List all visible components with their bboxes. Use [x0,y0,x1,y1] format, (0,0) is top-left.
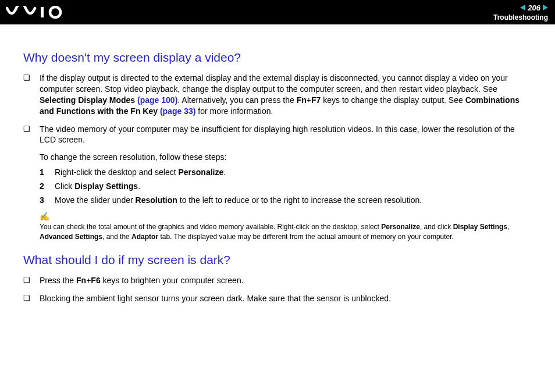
bullet-icon: ❑ [23,73,40,117]
text: + [307,95,311,105]
text: , and click [420,223,453,231]
steps-intro: To change the screen resolution, follow … [40,152,532,162]
text-bold: F7 [311,95,321,105]
bullet-icon: ❑ [23,275,40,286]
page-header: 206 Troubleshooting [0,0,555,24]
text: to the left to reduce or to the right to… [177,195,422,205]
text: If the display output is directed to the… [40,73,508,94]
text-bold: Resolution [136,195,177,205]
vaio-logo [6,6,70,19]
text: Move the slider under [55,195,136,205]
text: Press the [40,276,76,285]
text: You can check the total amount of the gr… [40,223,381,231]
section-title: Troubleshooting [493,13,548,22]
text: Click [55,181,74,191]
text: . [223,168,226,177]
page-link[interactable]: (page 100) [137,95,177,105]
page-link[interactable]: (page 33) [160,106,195,116]
next-page-arrow-icon[interactable] [543,5,548,10]
list-item: ❑ If the display output is directed to t… [23,73,532,117]
step-text: Move the slider under Resolution to the … [55,195,422,205]
text-bold: Selecting Display Modes [40,95,137,105]
note-text: You can check the total amount of the gr… [40,222,532,241]
step-item: 3 Move the slider under Resolution to th… [40,195,532,205]
page-navigation: 206 [520,3,548,12]
heading-dark: What should I do if my screen is dark? [23,253,532,267]
step-number: 1 [40,168,55,177]
bullet-text: If the display output is directed to the… [40,73,532,117]
step-number: 2 [40,181,55,191]
bullet-text: The video memory of your computer may be… [40,124,532,146]
text: Right-click the desktop and select [55,168,178,177]
step-item: 1 Right-click the desktop and select Per… [40,168,532,177]
text-bold: Fn [76,276,86,285]
note-icon: ✍ [40,212,532,221]
text: tab. The displayed value may be differen… [158,233,454,241]
text: for more information. [195,106,273,116]
bullet-icon: ❑ [23,293,40,304]
text: . Alternatively, you can press the [177,95,296,105]
heading-video: Why doesn't my screen display a video? [23,51,532,65]
text-bold: Personalize [178,168,223,177]
text: , and the [102,233,131,241]
header-right: 206 Troubleshooting [493,3,548,22]
step-text: Right-click the desktop and select Perso… [55,168,226,177]
step-item: 2 Click Display Settings. [40,181,532,191]
svg-point-1 [50,7,61,17]
step-number: 3 [40,195,55,205]
note-block: ✍ You can check the total amount of the … [40,212,532,241]
text: keys to brighten your computer screen. [101,276,244,285]
text: , [507,223,509,231]
svg-rect-0 [41,7,44,17]
text: . [138,181,140,191]
text-bold: Display Settings [453,223,507,231]
text-bold: Adaptor [131,233,158,241]
text-bold: Personalize [381,223,420,231]
text-bold: Advanced Settings [40,233,102,241]
text: keys to change the display output. See [321,95,465,105]
bullet-icon: ❑ [23,124,40,146]
list-item: ❑ Blocking the ambient light sensor turn… [23,293,532,304]
text-bold: Display Settings [74,181,138,191]
section-dark-screen: What should I do if my screen is dark? ❑… [23,253,532,304]
list-item: ❑ Press the Fn+F6 keys to brighten your … [23,275,532,286]
bullet-text: Press the Fn+F6 keys to brighten your co… [40,275,532,286]
step-text: Click Display Settings. [55,181,140,191]
list-item: ❑ The video memory of your computer may … [23,124,532,146]
prev-page-arrow-icon[interactable] [520,5,525,10]
text-bold: Fn [297,95,307,105]
bullet-text: Blocking the ambient light sensor turns … [40,293,532,304]
page-content: Why doesn't my screen display a video? ❑… [0,24,555,304]
page-number: 206 [528,3,540,12]
text-bold: F6 [91,276,100,285]
